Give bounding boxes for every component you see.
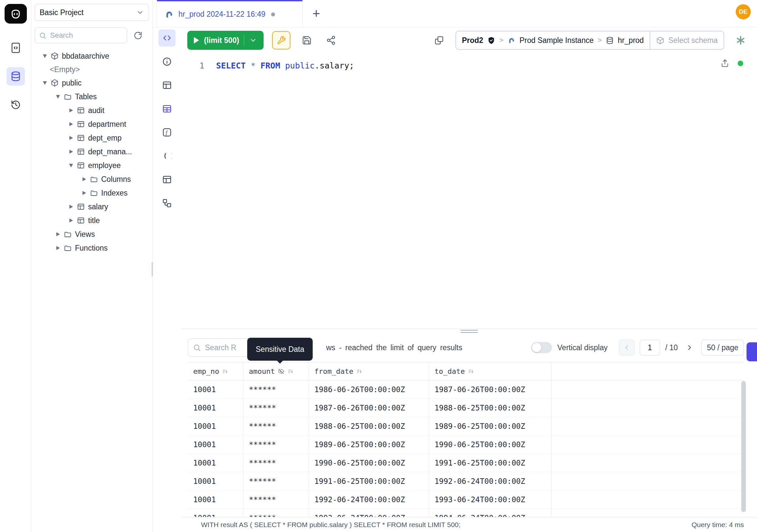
tree-item-columns[interactable]: Columns	[35, 172, 149, 186]
page-size-select[interactable]: 50 / page	[701, 340, 744, 356]
sidebar-search-input[interactable]	[49, 31, 123, 40]
table-cell[interactable]: ******	[244, 454, 309, 472]
caret-right-icon[interactable]	[67, 109, 75, 112]
caret-right-icon[interactable]	[67, 205, 75, 209]
chevron-down-icon[interactable]	[249, 36, 257, 44]
caret-right-icon[interactable]	[67, 150, 75, 154]
prev-page-button[interactable]	[619, 340, 635, 356]
strip-item-schema-diagram-panel[interactable]	[159, 195, 175, 212]
tree-item-tables[interactable]: Tables	[35, 90, 149, 104]
ai-assistant-button[interactable]	[733, 32, 748, 48]
table-cell[interactable]: 10001	[188, 380, 244, 398]
batch-query-button[interactable]	[431, 32, 447, 48]
tab-hr-prod[interactable]: hr_prod 2024-11-22 16:49	[157, 0, 303, 27]
table-cell[interactable]: 1987-06-26T00:00:00Z	[429, 380, 551, 398]
strip-item-external-tables-panel[interactable]	[159, 171, 175, 188]
table-cell[interactable]: 1989-06-25T00:00:00Z	[309, 435, 429, 454]
panel-resize-handle[interactable]	[461, 330, 478, 333]
tree-item-public[interactable]: public	[35, 76, 149, 90]
caret-right-icon[interactable]	[67, 136, 75, 140]
table-row[interactable]: 10001******1992-06-24T00:00:00Z1993-06-2…	[188, 490, 744, 509]
table-cell[interactable]: 10001	[188, 509, 244, 517]
sql-editor[interactable]: 1 SELECT * FROM public.salary;	[181, 53, 757, 329]
table-cell[interactable]: 1993-06-24T00:00:00Z	[429, 490, 551, 508]
table-cell[interactable]: 1989-06-25T00:00:00Z	[429, 417, 551, 435]
run-button[interactable]: (limit 500)	[187, 31, 263, 50]
page-number-input[interactable]	[640, 340, 660, 356]
caret-down-icon[interactable]	[54, 95, 62, 99]
refresh-button[interactable]	[130, 28, 145, 43]
share-button[interactable]	[323, 32, 339, 48]
table-cell[interactable]: 1988-06-25T00:00:00Z	[309, 417, 429, 435]
rail-item-databases[interactable]	[7, 67, 25, 85]
tree-item-dept-emp[interactable]: dept_emp	[35, 131, 149, 145]
caret-right-icon[interactable]	[67, 218, 75, 222]
tree-item-views[interactable]: Views	[35, 227, 149, 241]
tree-item-functions[interactable]: Functions	[35, 241, 149, 255]
tree-item-dept-mana[interactable]: dept_mana...	[35, 145, 149, 159]
tree-item-bbdataarchive[interactable]: bbdataarchive	[35, 49, 149, 63]
table-cell[interactable]: 10001	[188, 490, 244, 508]
table-row[interactable]: 10001******1986-06-26T00:00:00Z1987-06-2…	[188, 380, 744, 399]
table-cell[interactable]: ******	[244, 380, 309, 398]
sort-icon[interactable]	[288, 368, 294, 374]
tree-item-empty[interactable]: <Empty>	[35, 63, 149, 76]
table-row[interactable]: 10001******1990-06-25T00:00:00Z1991-06-2…	[188, 454, 744, 472]
table-cell[interactable]: ******	[244, 472, 309, 490]
caret-right-icon[interactable]	[80, 177, 88, 181]
column-header-amount[interactable]: amount	[244, 362, 309, 380]
table-cell[interactable]: 1986-06-26T00:00:00Z	[309, 380, 429, 398]
table-cell[interactable]: 1988-06-25T00:00:00Z	[429, 399, 551, 417]
caret-right-icon[interactable]	[80, 191, 88, 195]
user-avatar[interactable]: DE	[736, 4, 751, 19]
rail-item-worksheets[interactable]	[7, 39, 25, 57]
masked-column-icon[interactable]	[278, 368, 285, 375]
sort-icon[interactable]	[356, 368, 362, 374]
table-row[interactable]: 10001******1993-06-24T00:00:00Z1994-06-2…	[188, 509, 744, 517]
vertical-display-toggle[interactable]	[531, 342, 552, 353]
admin-mode-button[interactable]	[272, 31, 290, 49]
table-cell[interactable]: 1990-06-25T00:00:00Z	[429, 435, 551, 454]
tree-item-employee[interactable]: employee	[35, 159, 149, 172]
strip-item-sensitive-tables-panel[interactable]	[159, 100, 175, 117]
schema-selector[interactable]: Select schema	[650, 31, 724, 49]
save-button[interactable]	[299, 32, 315, 48]
table-cell[interactable]: ******	[244, 399, 309, 417]
sort-icon[interactable]	[222, 368, 228, 374]
sort-icon[interactable]	[468, 368, 474, 374]
panel-splitter[interactable]	[181, 329, 757, 334]
column-header-emp_no[interactable]: emp_no	[188, 362, 244, 380]
export-button-partial[interactable]	[746, 342, 757, 361]
strip-item-functions-panel[interactable]: f	[159, 124, 175, 141]
table-cell[interactable]: 10001	[188, 399, 244, 417]
tree-item-audit[interactable]: audit	[35, 104, 149, 117]
table-cell[interactable]: ******	[244, 435, 309, 454]
strip-item-tables-panel[interactable]	[159, 77, 175, 94]
table-row[interactable]: 10001******1991-06-25T00:00:00Z1992-06-2…	[188, 472, 744, 490]
table-cell[interactable]: 10001	[188, 454, 244, 472]
caret-right-icon[interactable]	[54, 232, 62, 236]
caret-down-icon[interactable]	[41, 54, 49, 58]
table-cell[interactable]: 1987-06-26T00:00:00Z	[309, 399, 429, 417]
tree-item-salary[interactable]: salary	[35, 200, 149, 214]
table-row[interactable]: 10001******1989-06-25T00:00:00Z1990-06-2…	[188, 435, 744, 454]
table-cell[interactable]: 1991-06-25T00:00:00Z	[429, 454, 551, 472]
table-row[interactable]: 10001******1987-06-26T00:00:00Z1988-06-2…	[188, 399, 744, 417]
column-header-to_date[interactable]: to_date	[429, 362, 551, 380]
table-cell[interactable]: 1991-06-25T00:00:00Z	[309, 472, 429, 490]
strip-item-sql-editor[interactable]	[159, 29, 175, 47]
new-tab-button[interactable]: +	[307, 0, 325, 27]
sidebar-resize-handle[interactable]	[152, 262, 153, 276]
table-cell[interactable]: ******	[244, 509, 309, 517]
strip-item-info-panel[interactable]	[159, 53, 175, 70]
table-cell[interactable]: 1992-06-24T00:00:00Z	[429, 472, 551, 490]
export-icon[interactable]	[720, 58, 730, 68]
caret-down-icon[interactable]	[41, 81, 49, 85]
tree-item-indexes[interactable]: Indexes	[35, 186, 149, 200]
rail-item-history[interactable]	[7, 96, 25, 114]
table-cell[interactable]: 1994-06-24T00:00:00Z	[429, 509, 551, 517]
table-cell[interactable]: 1992-06-24T00:00:00Z	[309, 490, 429, 508]
table-cell[interactable]: ******	[244, 490, 309, 508]
project-selector[interactable]: Basic Project	[35, 4, 149, 21]
table-cell[interactable]: 10001	[188, 417, 244, 435]
